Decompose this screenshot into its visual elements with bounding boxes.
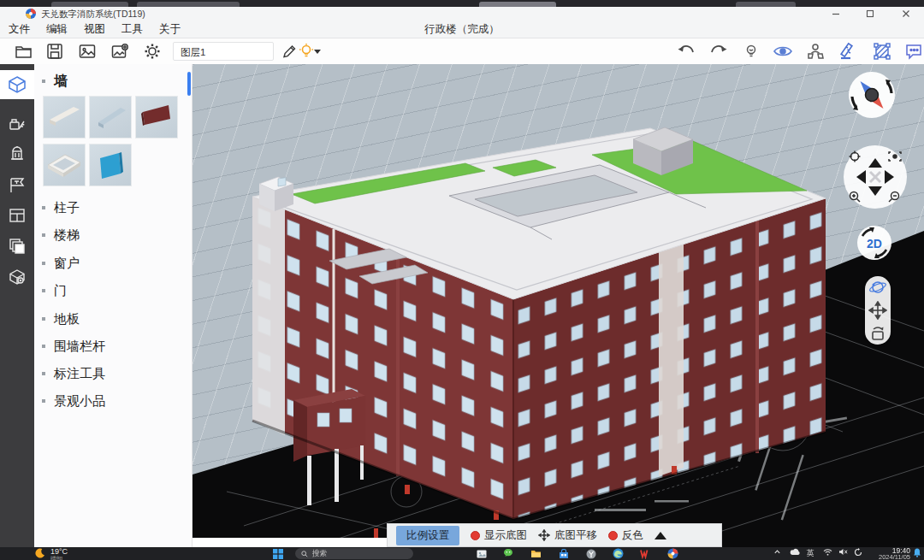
taskbar-app-td119[interactable] (667, 548, 678, 559)
thumbnail-enclosure-tray[interactable] (43, 144, 86, 186)
viewport-3d[interactable]: 2D (192, 64, 924, 547)
orbit-tool-icon[interactable] (868, 278, 887, 297)
group-wall[interactable]: 墙 (34, 71, 192, 91)
rotate-view-tool-icon[interactable] (868, 324, 887, 343)
weather-widget[interactable]: 19°C 晴朗 (34, 548, 68, 560)
category-door[interactable]: 门 (34, 277, 192, 304)
bullet-icon (42, 399, 45, 403)
invert-color-toggle[interactable]: 反色 (608, 528, 643, 543)
tray-volume-muted-icon[interactable] (837, 548, 849, 556)
rail-layout-panels-icon[interactable] (0, 201, 34, 230)
pan-tool-icon[interactable] (868, 301, 887, 320)
category-window[interactable]: 窗户 (34, 250, 192, 277)
image-icon[interactable] (77, 41, 98, 62)
bullet-icon (42, 262, 45, 265)
left-icon-rail (0, 64, 34, 547)
visibility-eye-icon[interactable] (773, 41, 793, 62)
menu-bar: 文件 编辑 视图 工具 关于 行政楼（完成） (0, 21, 924, 38)
rail-layers-copy-icon[interactable] (0, 232, 34, 261)
taskbar-app-wechat[interactable] (503, 548, 514, 559)
maximize-button[interactable] (857, 7, 883, 21)
bullet-icon (42, 289, 45, 292)
tray-cloud-icon[interactable] (789, 548, 801, 556)
tray-ime-indicator[interactable]: 英 (804, 548, 816, 559)
tray-onedrive-icon[interactable] (852, 548, 864, 557)
thumbnail-white-wall[interactable] (43, 96, 86, 139)
category-stairs[interactable]: 楼梯 (34, 221, 192, 249)
app-window: 天兑数字消防系统(TD119) 文件 编辑 视图 工具 关于 行政楼（完成） (0, 0, 924, 560)
document-title: 行政楼（完成） (0, 21, 924, 38)
thumbnail-red-wall[interactable] (135, 96, 178, 139)
thumbnail-glass-wall[interactable] (89, 96, 132, 139)
category-column[interactable]: 柱子 (34, 194, 192, 221)
rail-fire-hydrant-icon[interactable] (0, 139, 34, 168)
tray-wifi-icon[interactable] (821, 548, 833, 556)
panel-scrollbar[interactable] (187, 72, 191, 96)
settings-gear-icon[interactable] (142, 41, 163, 62)
bullet-icon (42, 345, 45, 348)
collapse-panel-icon[interactable] (654, 532, 666, 539)
taskbar-app-file-explorer[interactable] (530, 548, 542, 559)
app-logo-icon (26, 9, 36, 19)
person-locate-icon[interactable] (805, 41, 826, 62)
bullet-icon (42, 317, 45, 321)
category-fence-railing[interactable]: 围墙栏杆 (34, 333, 192, 360)
bullet-icon (42, 206, 45, 209)
basemap-panel: 比例设置 显示底图 底图平移 反色 (387, 523, 722, 547)
category-annotation-tools[interactable]: 标注工具 (34, 360, 192, 387)
taskbar-clock[interactable]: 19:40 2024/11/05 (866, 547, 910, 560)
map-marker-image-icon[interactable] (110, 41, 130, 62)
category-floor[interactable]: 地板 (34, 305, 192, 333)
background-window-strip (0, 0, 924, 7)
taskbar-app-edge[interactable] (613, 548, 624, 559)
tray-chevron-up-icon[interactable] (772, 548, 782, 556)
redo-icon[interactable] (708, 41, 729, 62)
building-model (192, 64, 924, 547)
comment-bubble-icon[interactable] (903, 41, 924, 62)
rail-component-box-icon[interactable] (0, 262, 34, 292)
basemap-pan-toggle[interactable]: 底图平移 (538, 528, 597, 543)
pan-arrows-icon (538, 529, 550, 541)
red-dot-icon (471, 531, 480, 540)
bullet-icon (42, 80, 45, 83)
windows-taskbar: 19°C 晴朗 搜索 (0, 547, 924, 560)
window-title: 天兑数字消防系统(TD119) (41, 9, 145, 21)
bullet-icon (42, 372, 45, 375)
start-button[interactable] (272, 548, 283, 559)
compass-control[interactable] (848, 71, 896, 119)
title-bar: 天兑数字消防系统(TD119) (0, 7, 924, 21)
tray-notification-bell-icon[interactable] (912, 548, 922, 557)
search-icon (301, 551, 308, 557)
main-toolbar: 图层1 (0, 38, 924, 65)
taskbar-app-utility[interactable] (585, 548, 596, 559)
taskbar-app-wps[interactable] (640, 548, 651, 559)
show-basemap-toggle[interactable]: 显示底图 (471, 528, 527, 543)
taskbar-search[interactable]: 搜索 (295, 548, 413, 559)
taskbar-app-store[interactable] (558, 548, 569, 559)
undo-icon[interactable] (676, 41, 696, 62)
bullet-icon (42, 233, 45, 237)
open-folder-icon[interactable] (14, 41, 34, 62)
save-icon[interactable] (44, 41, 65, 62)
scale-settings-button[interactable]: 比例设置 (396, 526, 459, 545)
light-bulb-outline-icon[interactable] (741, 41, 761, 62)
svg-text:2D: 2D (867, 237, 882, 251)
mode-2d-button[interactable]: 2D (856, 225, 892, 261)
dropdown-caret-icon[interactable] (311, 41, 323, 62)
rail-flag-label-icon[interactable] (0, 171, 34, 200)
measure-ruler-icon[interactable] (838, 41, 859, 62)
moon-icon (34, 548, 45, 559)
rail-model-cube-icon[interactable] (0, 70, 34, 99)
thumbnail-blue-wall[interactable] (89, 144, 132, 186)
minimize-button[interactable] (823, 7, 849, 21)
navigation-dpad[interactable] (843, 144, 908, 209)
hatch-region-icon[interactable] (872, 41, 892, 62)
red-dot-icon (608, 531, 618, 540)
close-button[interactable] (893, 7, 919, 21)
rail-furniture-icon[interactable] (0, 109, 34, 138)
layer-select-field[interactable]: 图层1 (173, 42, 274, 61)
component-library-panel: 墙 柱子 楼梯 窗户 门 地板 围墙栏杆 标注工具 景观小品 (34, 64, 192, 547)
taskbar-app-photos[interactable] (476, 548, 487, 559)
category-landscape[interactable]: 景观小品 (34, 387, 192, 415)
view-tools-pill (865, 276, 891, 345)
